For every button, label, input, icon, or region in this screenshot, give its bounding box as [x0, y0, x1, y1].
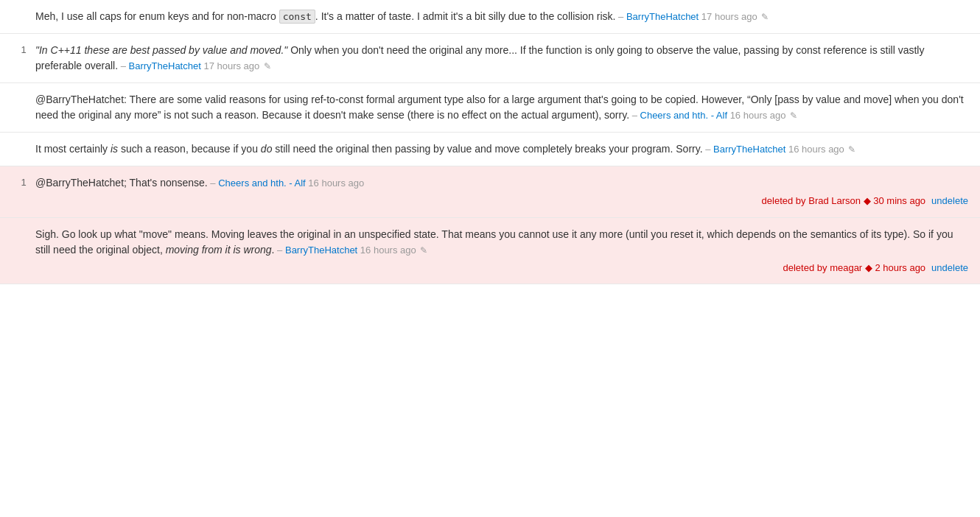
comment-text: "In C++11 these are best passed by value…	[35, 44, 924, 71]
edit-icon[interactable]: ✎	[418, 245, 427, 256]
comment-thread: Meh, I use all caps for enum keys and fo…	[0, 0, 980, 284]
comment-meta: – BarryTheHatchet 17 hours ago ✎	[118, 60, 271, 71]
comment-vote	[12, 9, 35, 10]
deleted-timestamp: 2 hours ago	[875, 262, 925, 273]
comment-text: @BarryTheHatchet: There are some valid r…	[35, 94, 964, 121]
comment-body: @BarryTheHatchet; That's nonsense. – Che…	[35, 175, 968, 208]
edit-icon[interactable]: ✎	[261, 61, 270, 71]
comment-vote	[12, 141, 35, 143]
deleted-timestamp: 30 mins ago	[873, 195, 925, 206]
comment-text: @BarryTheHatchet; That's nonsense. – Che…	[35, 177, 364, 189]
undelete-link[interactable]: undelete	[931, 195, 968, 206]
comment-body: Meh, I use all caps for enum keys and fo…	[35, 9, 968, 24]
comment-text: Meh, I use all caps for enum keys and fo…	[35, 10, 769, 22]
edit-icon[interactable]: ✎	[788, 110, 797, 121]
edit-icon[interactable]: ✎	[846, 144, 855, 155]
comment-row: @BarryTheHatchet: There are some valid r…	[0, 83, 980, 133]
comment-meta: – BarryTheHatchet 16 hours ago ✎	[703, 144, 856, 155]
comment-author-link[interactable]: BarryTheHatchet	[129, 60, 201, 71]
comment-author-link[interactable]: BarryTheHatchet	[626, 11, 699, 22]
comment-vote: 1	[12, 43, 35, 55]
moderator-diamond: ◆	[861, 195, 873, 206]
comment-vote: 1	[12, 175, 35, 188]
comment-meta: – Cheers and hth. - Alf 16 hours ago	[208, 177, 365, 189]
comment-row: 1"In C++11 these are best passed by valu…	[0, 34, 980, 83]
comment-meta: – BarryTheHatchet 16 hours ago ✎	[275, 245, 428, 256]
comment-body: It most certainly is such a reason, beca…	[35, 141, 968, 157]
comment-meta: – Cheers and hth. - Alf 16 hours ago ✎	[629, 110, 797, 121]
comment-timestamp: 17 hours ago	[201, 60, 260, 71]
comment-body: @BarryTheHatchet: There are some valid r…	[35, 92, 968, 123]
undelete-link[interactable]: undelete	[931, 262, 968, 273]
comment-author-link[interactable]: BarryTheHatchet	[713, 144, 785, 155]
comment-row: Meh, I use all caps for enum keys and fo…	[0, 0, 980, 34]
comment-author-link[interactable]: Cheers and hth. - Alf	[640, 110, 728, 121]
comment-timestamp: 16 hours ago	[727, 110, 786, 121]
comment-text: Sigh. Go look up what "move" means. Movi…	[35, 228, 953, 256]
comment-body: Sigh. Go look up what "move" means. Movi…	[35, 227, 968, 275]
deleted-info: deleted by meagar ◆ 2 hours agoundelete	[35, 261, 968, 275]
comment-vote	[12, 227, 35, 228]
comment-timestamp: 17 hours ago	[699, 11, 757, 22]
comment-row: 1@BarryTheHatchet; That's nonsense. – Ch…	[0, 166, 980, 218]
comment-author-link[interactable]: Cheers and hth. - Alf	[218, 177, 306, 189]
comment-timestamp: 16 hours ago	[785, 144, 844, 155]
comment-body: "In C++11 these are best passed by value…	[35, 43, 968, 74]
comment-vote	[12, 92, 35, 94]
comment-row: Sigh. Go look up what "move" means. Movi…	[0, 218, 980, 285]
comment-meta: – BarryTheHatchet 17 hours ago ✎	[615, 11, 769, 22]
deleted-by-link[interactable]: Brad Larson	[808, 195, 861, 206]
deleted-by-link[interactable]: meagar	[830, 262, 862, 273]
comment-timestamp: 16 hours ago	[306, 177, 365, 189]
comment-text: It most certainly is such a reason, beca…	[35, 143, 855, 155]
deleted-info: deleted by Brad Larson ◆ 30 mins agounde…	[35, 194, 968, 208]
comment-timestamp: 16 hours ago	[357, 245, 416, 256]
comment-row: It most certainly is such a reason, beca…	[0, 133, 980, 166]
moderator-diamond: ◆	[862, 262, 875, 273]
edit-icon[interactable]: ✎	[759, 12, 769, 22]
comment-author-link[interactable]: BarryTheHatchet	[285, 245, 357, 256]
